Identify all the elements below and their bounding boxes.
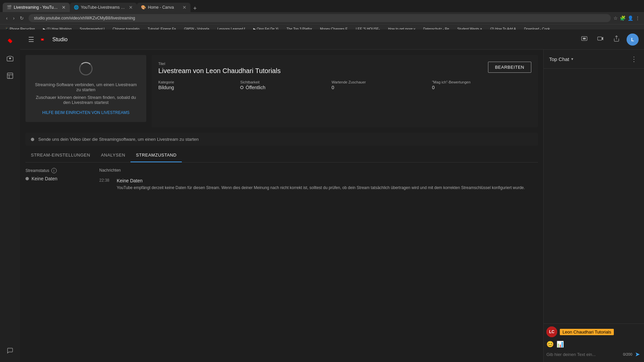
message-time: 22:38 — [99, 178, 113, 183]
sidebar-icon-live[interactable] — [3, 34, 17, 48]
tab-1-title: Livestreaming - YouTube Stu... — [14, 5, 60, 10]
status-left: Streamstatus i Keine Daten — [25, 168, 93, 193]
visibility-label: Sichtbarkeit — [240, 80, 326, 84]
edit-button[interactable]: BEARBEITEN — [488, 62, 531, 73]
address-bar: ‹ › ↻ ☆ 🧩 👤 ⋮ — [0, 12, 644, 24]
tab-2[interactable]: 🌐 YouTube-Livestreams mit einz... ✕ — [70, 3, 137, 12]
user-avatar[interactable]: L — [627, 34, 639, 46]
visibility-item: Sichtbarkeit Öffentlich — [240, 80, 326, 90]
svg-rect-6 — [583, 38, 586, 40]
tab-streamzustand[interactable]: STREAMZUSTAND — [130, 148, 182, 162]
status-circle — [31, 138, 34, 141]
info-icon[interactable]: i — [51, 168, 57, 173]
status-text: Sende uns dein Video über die Streamings… — [38, 137, 199, 142]
extensions-icon[interactable]: 🧩 — [620, 15, 626, 21]
messages-label: Nachrichten — [99, 168, 538, 173]
preview-text-2: Zuschauer können deinen Stream finden, s… — [32, 95, 140, 105]
status-name: Keine Daten — [32, 176, 57, 181]
stream-header: Titel Livestream von Leon Chaudhari Tuto… — [158, 62, 531, 75]
profile-icon[interactable]: 👤 — [628, 15, 633, 21]
browser-chrome: 🎬 Livestreaming - YouTube Stu... ✕ 🌐 You… — [0, 0, 644, 29]
tabs: STREAM-EINSTELLUNGEN ANALYSEN STREAMZUST… — [25, 148, 538, 162]
sidebar — [0, 29, 20, 362]
yt-logo[interactable]: Studio — [41, 36, 67, 43]
stream-preview: Streaming-Software verbinden, um einen L… — [25, 55, 146, 122]
send-button[interactable]: ➤ — [634, 349, 641, 359]
chart-button[interactable]: 📊 — [556, 341, 564, 348]
tab-analysen[interactable]: ANALYSEN — [96, 148, 130, 162]
chevron-down-icon: ▾ — [571, 57, 573, 61]
visibility-value: Öffentlich — [240, 85, 326, 90]
svg-rect-2 — [7, 73, 13, 79]
refresh-button[interactable]: ↻ — [18, 15, 26, 21]
new-tab-button[interactable]: + — [191, 5, 200, 12]
share-button[interactable] — [610, 33, 623, 46]
back-button[interactable]: ‹ — [4, 15, 10, 21]
stream-title-section: Titel Livestream von Leon Chaudhari Tuto… — [158, 62, 488, 75]
chat-messages — [544, 69, 644, 323]
message-body: YouTube empfängt derzeit keine Daten für… — [117, 185, 538, 191]
tab-bar: 🎬 Livestreaming - YouTube Stu... ✕ 🌐 You… — [0, 0, 644, 12]
tab-3-title: Home - Canva — [148, 5, 180, 10]
sidebar-icon-feedback[interactable] — [3, 343, 17, 358]
emoji-button[interactable]: 😊 — [546, 341, 554, 348]
messages-section: Nachrichten 22:38 Keine Daten YouTube em… — [99, 168, 538, 193]
chat-user-name: Leon Chaudhari Tutorials — [560, 329, 614, 335]
menu-button[interactable]: ☰ — [25, 33, 37, 46]
likes-item: "Mag ich"-Bewertungen 0 — [432, 80, 531, 90]
stream-status-section: Streamstatus i Keine Daten Nachrichten 2… — [25, 168, 538, 193]
studio-label: Studio — [52, 37, 67, 43]
stream-title: Livestream von Leon Chaudhari Tutorials — [158, 67, 488, 75]
browser-actions: ☆ 🧩 👤 ⋮ — [613, 15, 640, 21]
stream-meta: Kategorie Bildung Sichtbarkeit Öffentlic… — [158, 80, 531, 90]
chat-input[interactable] — [546, 352, 622, 357]
char-count: 0/200 — [623, 352, 632, 356]
svg-rect-7 — [598, 37, 602, 40]
status-bar: Sende uns dein Video über die Streamings… — [25, 133, 538, 146]
stream-info: Titel Livestream von Leon Chaudhari Tuto… — [152, 55, 538, 127]
content-area: Streaming-Software verbinden, um einen L… — [20, 50, 644, 362]
tab-2-favicon: 🌐 — [74, 5, 79, 10]
tab-1[interactable]: 🎬 Livestreaming - YouTube Stu... ✕ — [3, 3, 70, 12]
preview-text-1: Streaming-Software verbinden, um einen L… — [32, 82, 140, 92]
tab-1-close[interactable]: ✕ — [62, 5, 66, 10]
category-label: Kategorie — [158, 80, 235, 84]
forward-button[interactable]: › — [11, 15, 17, 21]
help-link[interactable]: HILFE BEIM EINRICHTEN VON LIVESTREAMS — [42, 110, 129, 115]
sidebar-icon-camera[interactable] — [3, 51, 17, 66]
loading-spinner — [79, 62, 93, 75]
bookmark-icon[interactable]: ☆ — [613, 15, 618, 21]
settings-icon[interactable]: ⋮ — [635, 15, 640, 21]
chat-panel: Top Chat ▾ ⋮ LC — [543, 50, 644, 362]
video-button[interactable] — [594, 33, 606, 46]
category-value: Bildung — [158, 85, 235, 90]
chat-action-bar: 😊 📊 — [546, 339, 641, 349]
main-wrapper: ☰ Studio — [20, 29, 644, 362]
tab-3-favicon: 🎨 — [141, 5, 146, 10]
app: ☰ Studio — [0, 29, 644, 362]
tab-2-close[interactable]: ✕ — [129, 5, 133, 10]
sidebar-icon-content[interactable] — [3, 68, 17, 83]
tab-stream-settings[interactable]: STREAM-EINSTELLUNGEN — [25, 148, 96, 162]
visibility-dot — [240, 86, 244, 89]
title-label: Titel — [158, 62, 488, 66]
chat-title[interactable]: Top Chat ▾ — [549, 56, 573, 62]
chat-avatar: LC — [546, 326, 557, 337]
message-title: Keine Daten — [117, 178, 538, 183]
tab-1-favicon: 🎬 — [7, 5, 12, 10]
status-dot — [25, 177, 29, 180]
header-actions: L — [578, 33, 639, 46]
status-indicator: Keine Daten — [25, 176, 93, 181]
url-input[interactable] — [29, 14, 611, 22]
tab-3-close[interactable]: ✕ — [182, 5, 186, 10]
chat-input-wrapper: 0/200 ➤ — [546, 349, 641, 359]
streamstatus-label: Streamstatus i — [25, 168, 93, 173]
message-row: 22:38 Keine Daten YouTube empfängt derze… — [99, 175, 538, 193]
message-content: Keine Daten YouTube empfängt derzeit kei… — [117, 178, 538, 191]
header: ☰ Studio — [20, 29, 644, 50]
category-item: Kategorie Bildung — [158, 80, 235, 90]
chat-more-button[interactable]: ⋮ — [629, 54, 639, 64]
tab-3[interactable]: 🎨 Home - Canva ✕ — [137, 3, 191, 12]
monetize-button[interactable] — [578, 33, 590, 46]
waiting-count: 0 — [331, 85, 427, 90]
